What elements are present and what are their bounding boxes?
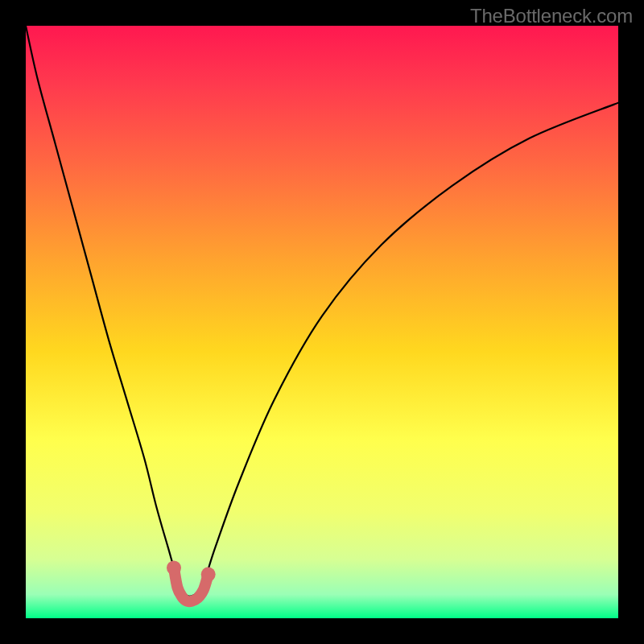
- svg-point-0: [167, 560, 181, 575]
- bottleneck-curve: [26, 26, 618, 597]
- chart-svg: [26, 26, 618, 618]
- watermark-text: TheBottleneck.com: [470, 5, 633, 27]
- chart-frame: TheBottleneck.com: [0, 0, 644, 644]
- svg-point-1: [201, 568, 216, 582]
- plot-area: [26, 26, 618, 618]
